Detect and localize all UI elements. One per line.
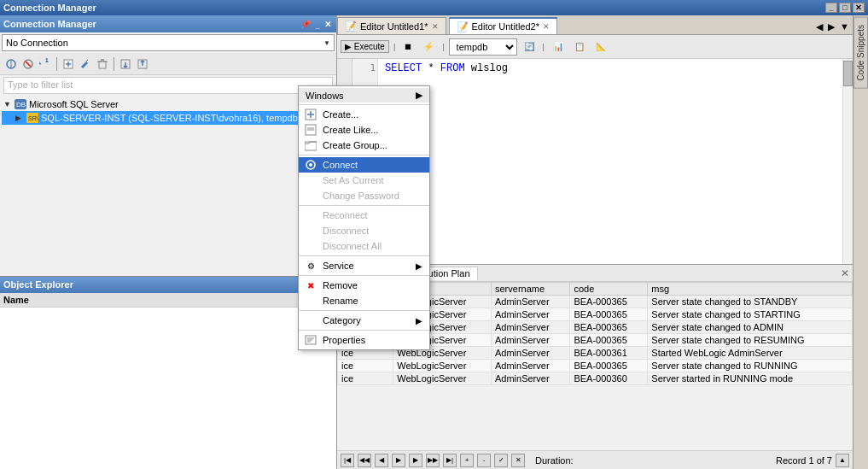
conn-manager-controls[interactable]: 📌 _ ✕ <box>299 20 333 29</box>
menu-item-reconnect: Reconnect <box>299 208 429 223</box>
line-number-1: 1 <box>354 62 376 73</box>
svg-marker-4 <box>45 60 49 62</box>
object-explorer-body: Name <box>0 293 336 470</box>
record-count: Record 1 of 7 <box>776 455 832 466</box>
delete-toolbar-button[interactable] <box>95 56 110 72</box>
restore-button[interactable]: □ <box>839 3 851 13</box>
create-icon <box>304 108 317 121</box>
table-row[interactable]: iceWebLogicServerAdminServerBEA-000360Se… <box>338 372 853 385</box>
export-toolbar-button[interactable] <box>135 56 150 72</box>
close-button[interactable]: ✕ <box>853 3 865 13</box>
create-label: Create... <box>323 109 358 120</box>
edit-toolbar-button[interactable] <box>78 56 93 72</box>
refresh-db-button[interactable]: 🔄 <box>520 40 539 53</box>
new-toolbar-button[interactable] <box>61 56 76 72</box>
main-layout: Connection Manager 📌 _ ✕ No Connection ▼ <box>0 15 868 469</box>
stop-button[interactable]: ⏹ <box>399 40 417 53</box>
menu-item-remove[interactable]: ✖ Remove <box>299 278 429 293</box>
menu-item-connect[interactable]: Connect <box>299 157 429 173</box>
database-select[interactable]: tempdb <box>449 38 517 56</box>
cell-type: WebLogicServer <box>393 360 492 372</box>
cell-msg: Server state changed to STARTING <box>648 308 853 321</box>
conn-pin-button[interactable]: 📌 <box>299 20 312 29</box>
refresh-toolbar-button[interactable] <box>38 56 53 72</box>
cell-code: BEA-000365 <box>570 321 648 334</box>
results-footer: |◀ ◀◀ ◀ ▶ ▶ ▶▶ ▶| + - ✓ ✕ Duration: Reco… <box>337 450 853 469</box>
menu-item-create-like[interactable]: Create Like... <box>299 122 429 138</box>
results-close-button[interactable]: ✕ <box>841 267 849 279</box>
tab-scroll-left-button[interactable]: ◀ <box>814 21 824 32</box>
scrollbar-thumb[interactable] <box>843 61 853 86</box>
nav-add-button[interactable]: + <box>460 454 474 467</box>
code-content[interactable]: SELECT * FROM wlslog <box>378 59 842 264</box>
tab-menu-button[interactable]: ▼ <box>838 21 851 32</box>
tree-item-indent: ▶ <box>15 114 26 122</box>
connect-toolbar-button[interactable] <box>3 56 19 72</box>
code-snippets-tab[interactable]: Code Snippets <box>853 17 868 89</box>
connection-dropdown[interactable]: No Connection ▼ <box>2 34 335 51</box>
tab-arrows[interactable]: ◀ ▶ ▼ <box>813 20 853 34</box>
execute-button[interactable]: ▶ Execute <box>341 40 389 53</box>
table-row[interactable]: iceWebLogicServerAdminServerBEA-000365Se… <box>338 360 853 372</box>
col-msg: msg <box>648 283 853 296</box>
nav-save-button[interactable]: ✓ <box>494 454 508 467</box>
editor2-icon: 📝 <box>457 21 469 32</box>
nav-prev-button[interactable]: ◀ <box>375 454 388 467</box>
menu-item-create[interactable]: Create... <box>299 107 429 122</box>
nav-cancel-button[interactable]: ✕ <box>511 454 525 467</box>
add-column-button[interactable]: 📋 <box>570 40 589 53</box>
connection-tree[interactable]: ▼ DB Microsoft SQL Server ▶ SRV SQL-SERV… <box>0 96 336 276</box>
format-button[interactable]: 📐 <box>591 40 610 53</box>
nav-last-button[interactable]: ▶| <box>443 454 457 467</box>
scroll-up-button[interactable]: ▲ <box>836 454 849 467</box>
menu-item-service[interactable]: ⚙ Service ▶ <box>299 258 429 273</box>
cell-code: BEA-000361 <box>570 347 648 360</box>
menu-item-create-group[interactable]: Create Group... <box>299 138 429 153</box>
cell-msg: Server state changed to ADMIN <box>648 321 853 334</box>
add-table-button[interactable]: 📊 <box>549 40 568 53</box>
tab-scroll-right-button[interactable]: ▶ <box>826 21 836 32</box>
tree-item-sql-server[interactable]: ▼ DB Microsoft SQL Server <box>2 97 335 111</box>
service-label: Service <box>323 261 354 271</box>
set-current-label: Set As Current <box>323 175 384 185</box>
menu-separator-5 <box>299 275 429 276</box>
tab-editor1[interactable]: 📝 Editor Untitled1* ✕ <box>337 17 446 34</box>
context-menu[interactable]: Windows ▶ Create... Create Like... Creat… <box>298 85 430 350</box>
code-scrollbar[interactable] <box>842 59 853 264</box>
conn-close-button[interactable]: ✕ <box>323 20 333 29</box>
service-icon: ⚙ <box>304 259 317 273</box>
menu-item-set-current: Set As Current <box>299 173 429 188</box>
nav-next-page-button[interactable]: ▶▶ <box>426 454 440 467</box>
create-group-label: Create Group... <box>323 140 387 150</box>
server-icon: SRV <box>26 112 39 124</box>
tree-item-instance[interactable]: ▶ SRV SQL-SERVER-INST (SQL-SERVER-INST\d… <box>2 111 335 125</box>
nav-first-button[interactable]: |◀ <box>341 454 354 467</box>
menu-item-windows[interactable]: Windows ▶ <box>299 88 429 103</box>
cell-code: BEA-000365 <box>570 334 648 347</box>
cell-servername: AdminServer <box>491 334 569 347</box>
disconnect-toolbar-button[interactable] <box>20 56 36 72</box>
cell-servername: AdminServer <box>491 347 569 360</box>
cell-servername: AdminServer <box>491 296 569 308</box>
nav-delete-button[interactable]: - <box>477 454 491 467</box>
explain-button[interactable]: ⚡ <box>419 40 438 53</box>
cell-category: ice <box>338 360 393 372</box>
title-bar-text: Connection Manager <box>3 3 96 13</box>
tab-editor1-close-icon[interactable]: ✕ <box>432 22 439 31</box>
tab-editor2-label: Editor Untitled2* <box>472 21 540 32</box>
nav-play-button[interactable]: ▶ <box>392 454 405 467</box>
title-bar-buttons[interactable]: _ □ ✕ <box>825 3 865 13</box>
tab-editor2[interactable]: 📝 Editor Untitled2* ✕ <box>449 17 558 34</box>
conn-minimize-button[interactable]: _ <box>313 20 322 29</box>
remove-label: Remove <box>323 280 358 290</box>
menu-item-category[interactable]: Category ▶ <box>299 313 429 328</box>
rename-label: Rename <box>323 296 358 306</box>
tab-editor2-close-icon[interactable]: ✕ <box>543 22 550 31</box>
cell-servername: AdminServer <box>491 372 569 385</box>
import-toolbar-button[interactable] <box>118 56 133 72</box>
minimize-button[interactable]: _ <box>825 3 837 13</box>
menu-item-properties[interactable]: Properties <box>299 332 429 348</box>
nav-next-button[interactable]: ▶ <box>409 454 422 467</box>
menu-item-rename[interactable]: Rename <box>299 293 429 308</box>
nav-prev-page-button[interactable]: ◀◀ <box>358 454 371 467</box>
